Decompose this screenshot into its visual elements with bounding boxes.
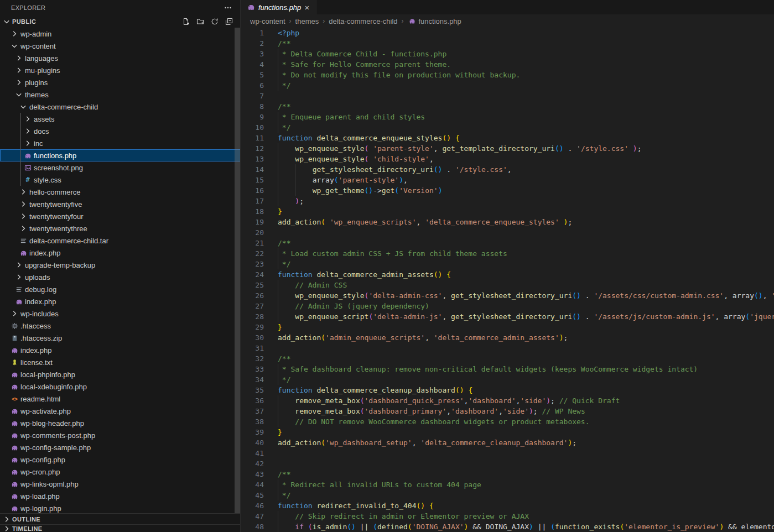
line-number: 4	[241, 59, 278, 70]
close-icon[interactable]: ×	[303, 3, 311, 12]
code-line: * Redirect all invalid URLs to custom 40…	[278, 479, 774, 490]
chevron-right-icon	[19, 224, 28, 233]
tree-item-wp-blog-header-php[interactable]: wp-blog-header.php	[0, 417, 241, 429]
code-line: function delta_commerce_enqueue_styles()…	[278, 133, 774, 143]
tree-item-twentytwentyfive[interactable]: twentytwentyfive	[0, 198, 241, 210]
line-number: 13	[241, 154, 278, 164]
tree-item-index-php[interactable]: index.php	[0, 344, 241, 356]
breadcrumb-item[interactable]: wp-content	[250, 17, 285, 25]
tree-item-label: wp-content	[20, 42, 56, 50]
code-line: add_action('wp_dashboard_setup', 'delta_…	[278, 437, 774, 448]
tree-item-themes[interactable]: themes	[0, 88, 241, 101]
code-line: wp_enqueue_style('delta-admin-css', get_…	[278, 290, 774, 301]
new-file-button[interactable]	[180, 16, 191, 27]
indent-guide	[278, 374, 278, 385]
more-actions-icon[interactable]	[222, 2, 233, 13]
tree-item-upgrade-temp-backup[interactable]: upgrade-temp-backup	[0, 259, 241, 271]
tree-item-twentytwentythree[interactable]: twentytwentythree	[0, 222, 241, 234]
chevron-right-icon	[10, 29, 19, 38]
tab-bar: functions.php ×	[241, 0, 774, 14]
tree-item-label: debug.log	[25, 285, 56, 294]
tree-item-wp-links-opml-php[interactable]: wp-links-opml.php	[0, 478, 241, 490]
tree-item-readme-html[interactable]: <>readme.html	[0, 393, 241, 405]
tree-item-wp-activate-php[interactable]: wp-activate.php	[0, 405, 241, 417]
breadcrumb-item[interactable]: themes	[295, 17, 319, 25]
refresh-button[interactable]	[209, 16, 220, 27]
gear-icon	[10, 321, 19, 330]
tree-item-license-txt[interactable]: license.txt	[0, 356, 241, 368]
tree-item-inc[interactable]: inc	[0, 137, 241, 149]
line-number: 22	[241, 248, 278, 259]
tree-item-languages[interactable]: languages	[0, 52, 241, 64]
tab-functions-php[interactable]: functions.php ×	[241, 0, 316, 14]
code-line: * Delta Commerce Child - functions.php	[278, 49, 774, 59]
sidebar-scrollbar[interactable]	[235, 28, 240, 513]
tree-item-label: wp-comments-post.php	[20, 431, 95, 440]
tree-item-debug-log[interactable]: debug.log	[0, 283, 241, 295]
new-folder-button[interactable]	[195, 16, 206, 27]
collapse-all-button[interactable]	[224, 16, 235, 27]
tree-item-label: style.css	[34, 176, 61, 184]
tree-item-label: inc	[34, 139, 43, 148]
tree-item-label: wp-blog-header.php	[20, 419, 84, 427]
tree-item-wp-includes[interactable]: wp-includes	[0, 307, 241, 320]
tree-item-docs[interactable]: docs	[0, 125, 241, 137]
tree-item--htaccess-zip[interactable]: .htaccess.zip	[0, 332, 241, 344]
tree-item-wp-config-php[interactable]: wp-config.php	[0, 453, 241, 466]
code-line: }	[278, 427, 774, 437]
tree-item-hello-commerce[interactable]: hello-commerce	[0, 186, 241, 198]
tree-item-uploads[interactable]: uploads	[0, 271, 241, 283]
tree-item-screenshot-png[interactable]: screenshot.png	[0, 161, 241, 174]
chevron-right-icon	[2, 515, 11, 524]
tree-item-label: delta-commerce-child	[29, 103, 98, 111]
section-header-public[interactable]: PUBLIC	[0, 15, 240, 28]
indent-guide	[278, 59, 278, 70]
tree-item-index-php[interactable]: index.php	[0, 247, 241, 259]
indent-guide	[278, 143, 278, 154]
line-number: 11	[241, 133, 278, 143]
tree-item-wp-config-sample-php[interactable]: wp-config-sample.php	[0, 441, 241, 453]
license-icon	[10, 358, 19, 367]
tree-item-plugins[interactable]: plugins	[0, 76, 241, 88]
breadcrumb-separator: ›	[402, 17, 404, 25]
tree-item-delta-commerce-child-tar[interactable]: delta-commerce-child.tar	[0, 234, 241, 247]
section-header-timeline[interactable]: TIMELINE	[0, 524, 241, 532]
tree-item-twentytwentyfour[interactable]: twentytwentyfour	[0, 210, 241, 222]
breadcrumb-item[interactable]: delta-commerce-child	[329, 17, 397, 25]
tree-item-wp-cron-php[interactable]: wp-cron.php	[0, 466, 241, 478]
tree-item-label: twentytwentythree	[29, 225, 87, 233]
line-number: 30	[241, 332, 278, 343]
tree-item-wp-comments-post-php[interactable]: wp-comments-post.php	[0, 429, 241, 441]
line-number: 24	[241, 269, 278, 280]
tree-item-wp-content[interactable]: wp-content	[0, 40, 241, 52]
tree-item-label: twentytwentyfour	[29, 212, 84, 221]
tree-item--htaccess[interactable]: .htaccess	[0, 320, 241, 332]
tree-item-label: wp-load.php	[20, 492, 60, 500]
tree-item-label: index.php	[25, 298, 56, 306]
tree-item-wp-login-php[interactable]: wp-login.php	[0, 502, 241, 513]
tree-item-wp-admin[interactable]: wp-admin	[0, 28, 241, 40]
tree-item-local-phpinfo-php[interactable]: local-phpinfo.php	[0, 368, 241, 380]
tree-item-label: wp-links-opml.php	[20, 480, 79, 488]
breadcrumb-item[interactable]: functions.php	[408, 17, 461, 25]
php-icon	[10, 431, 19, 440]
tree-item-local-xdebuginfo-php[interactable]: local-xdebuginfo.php	[0, 380, 241, 393]
php-icon	[10, 370, 19, 379]
code-editor[interactable]: 1234567891011121314151617181920212223242…	[241, 28, 774, 532]
chevron-right-icon	[14, 54, 23, 62]
code-line: * Enqueue parent and child styles	[278, 112, 774, 122]
section-header-outline[interactable]: OUTLINE	[0, 513, 241, 524]
line-number: 12	[241, 143, 278, 154]
tree-item-wp-load-php[interactable]: wp-load.php	[0, 490, 241, 502]
tree-item-assets[interactable]: assets	[0, 113, 241, 125]
tree-item-mu-plugins[interactable]: mu-plugins	[0, 64, 241, 76]
php-icon	[10, 492, 19, 500]
code-line: wp_enqueue_style( 'parent-style', get_te…	[278, 143, 774, 154]
explorer-sidebar: EXPLORER PUBLIC wp-adminwp-contentlangua…	[0, 0, 241, 532]
tree-item-delta-commerce-child[interactable]: delta-commerce-child	[0, 101, 241, 113]
chevron-right-icon	[19, 212, 28, 221]
code-line: // Skip redirect in admin or Elementor p…	[278, 511, 774, 521]
tree-item-functions-php[interactable]: functions.php	[0, 149, 241, 161]
tree-item-index-php[interactable]: index.php	[0, 295, 241, 307]
tree-item-style-css[interactable]: #style.css	[0, 174, 241, 186]
